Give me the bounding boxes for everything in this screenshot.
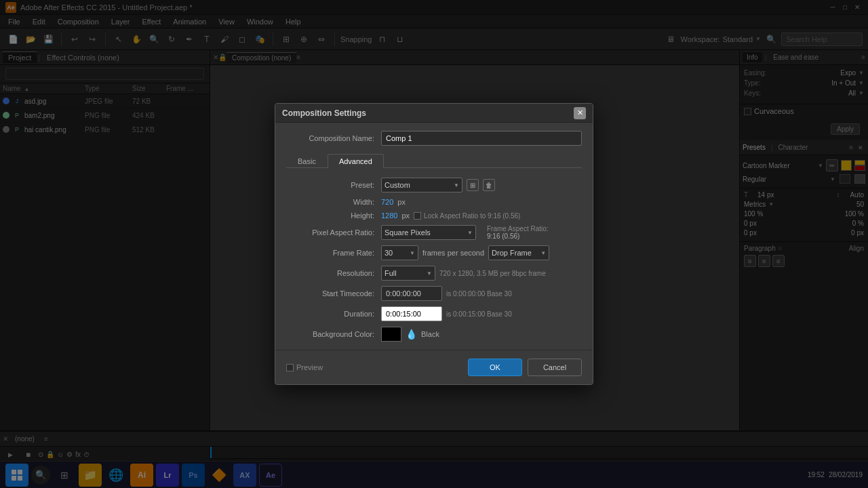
preset-select[interactable]: Custom ▼ xyxy=(381,178,462,192)
preset-arrow: ▼ xyxy=(454,182,459,188)
pixel-aspect-value: Square Pixels ▼ Frame Aspect Ratio: 9:16… xyxy=(381,225,582,240)
comp-name-input[interactable] xyxy=(381,131,582,146)
comp-name-label: Composition Name: xyxy=(286,134,381,142)
bg-color-label: Background Color: xyxy=(286,330,381,338)
height-unit: px xyxy=(401,211,410,220)
pixel-aspect-select-value: Square Pixels xyxy=(384,228,431,237)
lock-aspect-area: Lock Aspect Ratio to 9:16 (0.56) xyxy=(414,212,520,220)
preview-checkbox[interactable] xyxy=(286,364,294,371)
preview-label: Preview xyxy=(296,363,323,371)
frame-rate-label: Frame Rate: xyxy=(286,249,381,257)
height-row: Height: 1280 px Lock Aspect Ratio to 9:1… xyxy=(286,211,582,220)
preset-label: Preset: xyxy=(286,181,381,189)
dialog-body: Composition Name: Basic Advanced Preset:… xyxy=(275,123,593,350)
resolution-select[interactable]: Full ▼ xyxy=(381,266,435,281)
width-label: Width: xyxy=(286,198,381,206)
lock-aspect-checkbox[interactable] xyxy=(414,212,421,220)
pixel-aspect-select[interactable]: Square Pixels ▼ xyxy=(381,225,476,240)
comp-name-row: Composition Name: xyxy=(286,131,582,146)
width-value[interactable]: 720 xyxy=(381,198,393,206)
dialog-overlay: Composition Settings ✕ Composition Name:… xyxy=(0,0,868,488)
resolution-arrow: ▼ xyxy=(427,270,432,277)
resolution-select-value: Full xyxy=(384,269,397,277)
duration-input-active[interactable]: 0:00:15:00 xyxy=(381,306,442,321)
resolution-info: 720 x 1280, 3.5 MB per 8bpc frame xyxy=(439,270,546,277)
preset-select-value: Custom xyxy=(384,181,410,189)
height-value[interactable]: 1280 xyxy=(381,211,397,220)
duration-note: is 0:00:15:00 Base 30 xyxy=(446,310,512,318)
preset-row: Preset: Custom ▼ ⊞ 🗑 xyxy=(286,178,582,192)
start-timecode-row: Start Timecode: is 0:00:00:00 Base 30 xyxy=(286,286,582,301)
resolution-label: Resolution: xyxy=(286,269,381,277)
save-preset-btn[interactable]: ⊞ xyxy=(467,179,479,191)
resolution-value: Full ▼ 720 x 1280, 3.5 MB per 8bpc frame xyxy=(381,266,582,281)
tab-advanced[interactable]: Advanced xyxy=(328,154,384,168)
preview-area: Preview xyxy=(286,363,323,371)
start-timecode-label: Start Timecode: xyxy=(286,289,381,298)
frame-rate-value: 30 ▼ frames per second Drop Frame ▼ xyxy=(381,245,582,260)
start-timecode-note: is 0:00:00:00 Base 30 xyxy=(446,290,512,298)
bg-color-name: Black xyxy=(421,330,439,338)
bg-color-swatch[interactable] xyxy=(381,327,401,342)
composition-settings-dialog: Composition Settings ✕ Composition Name:… xyxy=(275,103,593,385)
pixel-aspect-row: Pixel Aspect Ratio: Square Pixels ▼ Fram… xyxy=(286,225,582,240)
ok-button[interactable]: OK xyxy=(468,359,522,376)
duration-label: Duration: xyxy=(286,310,381,318)
start-timecode-value: is 0:00:00:00 Base 30 xyxy=(381,286,582,301)
fps-arrow: ▼ xyxy=(410,250,415,256)
pixel-aspect-arrow: ▼ xyxy=(467,230,473,236)
frame-rate-row: Frame Rate: 30 ▼ frames per second Drop … xyxy=(286,245,582,260)
height-value-area: 1280 px Lock Aspect Ratio to 9:16 (0.56) xyxy=(381,211,582,220)
eyedropper-button[interactable]: 💧 xyxy=(406,329,417,340)
width-unit: px xyxy=(397,198,406,206)
duration-value: 0:00:15:00 xyxy=(386,310,421,318)
start-timecode-input[interactable] xyxy=(381,286,442,301)
cancel-button[interactable]: Cancel xyxy=(528,359,582,376)
fps-label: frames per second xyxy=(422,249,484,257)
duration-value: 0:00:15:00 is 0:00:15:00 Base 30 xyxy=(381,306,582,321)
drop-frame-select[interactable]: Drop Frame ▼ xyxy=(488,245,549,260)
height-label: Height: xyxy=(286,211,381,220)
dialog-buttons: Preview OK Cancel xyxy=(275,350,593,384)
dialog-close-button[interactable]: ✕ xyxy=(574,107,586,119)
bg-color-value: 💧 Black xyxy=(381,327,582,342)
dialog-title: Composition Settings xyxy=(282,108,366,118)
lock-aspect-label: Lock Aspect Ratio to 9:16 (0.56) xyxy=(424,212,520,220)
width-value-area: 720 px xyxy=(381,198,582,206)
pixel-aspect-label: Pixel Aspect Ratio: xyxy=(286,228,381,237)
duration-row: Duration: 0:00:15:00 is 0:00:15:00 Base … xyxy=(286,306,582,321)
settings-grid: Preset: Custom ▼ ⊞ 🗑 Width: 720 xyxy=(286,178,582,342)
fps-select[interactable]: 30 ▼ xyxy=(381,245,418,260)
frame-aspect-label: Frame Aspect Ratio: xyxy=(487,225,549,232)
drop-frame-arrow: ▼ xyxy=(540,250,546,256)
dialog-title-bar: Composition Settings ✕ xyxy=(275,104,593,123)
drop-frame-value: Drop Frame xyxy=(492,249,532,257)
preset-value: Custom ▼ ⊞ 🗑 xyxy=(381,178,582,192)
tab-basic[interactable]: Basic xyxy=(286,154,328,168)
fps-value: 30 xyxy=(384,249,393,257)
bg-color-row: Background Color: 💧 Black xyxy=(286,327,582,342)
frame-aspect-area: Frame Aspect Ratio: 9:16 (0.56) xyxy=(487,225,549,240)
resolution-row: Resolution: Full ▼ 720 x 1280, 3.5 MB pe… xyxy=(286,266,582,281)
dialog-tabs: Basic Advanced xyxy=(286,154,582,168)
frame-aspect-value: 9:16 (0.56) xyxy=(487,232,549,240)
width-row: Width: 720 px xyxy=(286,198,582,206)
delete-preset-btn[interactable]: 🗑 xyxy=(483,179,495,191)
